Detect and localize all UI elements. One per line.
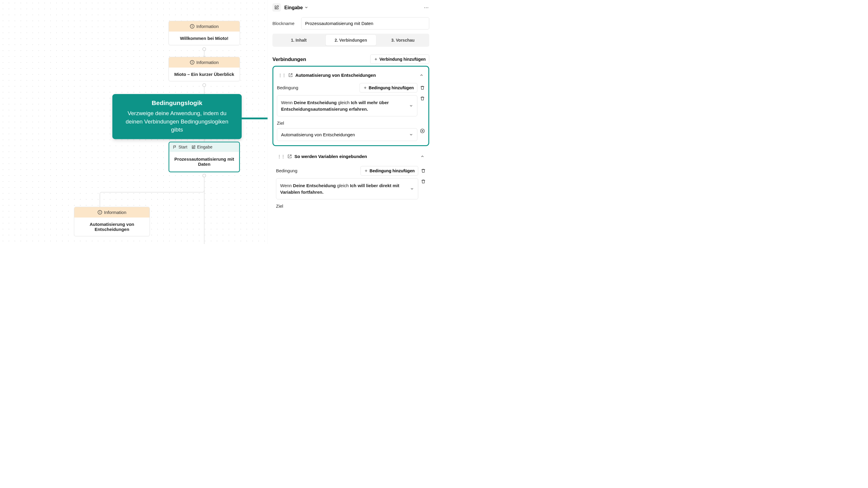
callout-connector — [241, 118, 268, 119]
node-information-2[interactable]: Information Mioto – Ein kurzer Überblick — [168, 57, 240, 81]
input-tag-label: Eingabe — [197, 145, 212, 150]
node-header: Information — [74, 207, 150, 218]
chevron-down-icon[interactable] — [410, 187, 414, 191]
edit-icon — [274, 5, 279, 10]
trash-icon[interactable] — [420, 96, 425, 101]
condition-label: Bedingung — [276, 168, 298, 173]
svg-point-5 — [192, 61, 192, 62]
node-type-label: Information — [196, 24, 218, 29]
connection-card-1: ⋮⋮ Automatisierung von Entscheidungen Be… — [273, 66, 430, 146]
flow-line — [204, 177, 205, 244]
panel-tabs: 1. Inhalt 2. Verbindungen 3. Vorschau — [273, 34, 430, 47]
add-condition-button[interactable]: Bedingung hinzufügen — [360, 166, 418, 176]
connection-card-2: ⋮⋮ So werden Variablen eingebunden Bedin… — [273, 149, 430, 210]
node-body: Prozessautomatisierung mit Daten — [169, 152, 239, 172]
condition-text: Wenn Deine Entscheidung gleich Ich will … — [281, 99, 407, 113]
add-connection-label: Verbindung hinzufügen — [379, 57, 426, 62]
node-body: Mioto – Ein kurzer Überblick — [169, 67, 240, 81]
open-icon[interactable] — [289, 73, 293, 77]
connections-title: Verbindungen — [273, 56, 306, 62]
inspector-panel: Eingabe ⋯ Blockname 1. Inhalt 2. Verbind… — [268, 0, 434, 244]
chevron-down-icon — [409, 133, 413, 137]
chevron-down-icon[interactable] — [409, 104, 413, 108]
connections-section: Verbindungen Verbindung hinzufügen ⋮⋮ Au… — [268, 51, 434, 213]
condition-label: Bedingung — [277, 85, 299, 90]
target-label: Ziel — [277, 120, 284, 125]
panel-header: Eingabe ⋯ — [268, 0, 434, 15]
plus-icon — [363, 86, 367, 90]
connection-header[interactable]: ⋮⋮ So werden Variablen eingebunden — [276, 150, 426, 163]
target-value: Automatisierung von Entscheidungen — [281, 132, 355, 137]
start-tag: Start — [173, 145, 188, 150]
node-header: Information — [169, 21, 240, 32]
node-information-1[interactable]: Information Willkommen bei Mioto! — [168, 21, 240, 45]
connection-header[interactable]: ⋮⋮ Automatisierung von Entscheidungen — [277, 71, 425, 80]
info-icon — [190, 60, 194, 65]
flag-icon — [173, 145, 177, 149]
more-menu-button[interactable]: ⋯ — [424, 5, 429, 10]
svg-point-8 — [100, 211, 100, 211]
drag-handle-icon[interactable]: ⋮⋮ — [277, 154, 285, 159]
trash-icon[interactable] — [421, 179, 426, 184]
callout-text: Verzweige deine Anwendung, indem du dein… — [121, 109, 234, 134]
plus-icon — [364, 169, 368, 173]
input-tag: Eingabe — [191, 145, 212, 150]
flow-line — [204, 51, 205, 57]
add-condition-label: Bedingung hinzufügen — [369, 85, 414, 90]
edit-icon — [191, 145, 195, 149]
panel-type-dropdown[interactable]: Eingabe — [284, 5, 309, 10]
blockname-input[interactable] — [302, 17, 430, 29]
add-connection-button[interactable]: Verbindung hinzufügen — [370, 54, 429, 64]
start-tag-label: Start — [179, 145, 188, 150]
trash-icon[interactable] — [420, 85, 425, 90]
condition-text: Wenn Deine Entscheidung gleich Ich will … — [280, 182, 408, 196]
node-connector[interactable] — [203, 83, 206, 87]
node-header: Information — [169, 57, 240, 67]
plus-icon — [374, 57, 378, 61]
target-select[interactable]: Automatisierung von Entscheidungen — [277, 128, 417, 141]
target-label: Ziel — [276, 204, 283, 209]
svg-point-2 — [192, 25, 192, 26]
node-connector[interactable] — [203, 47, 206, 51]
blockname-label: Blockname — [273, 21, 298, 26]
panel-type-label: Eingabe — [284, 5, 303, 10]
node-connector[interactable] — [203, 174, 206, 177]
condition-box[interactable]: Wenn Deine Entscheidung gleich Ich will … — [277, 95, 417, 116]
callout-tooltip: Bedingungslogik Verzweige deine Anwendun… — [112, 94, 242, 139]
node-tags: Start Eingabe — [169, 143, 239, 152]
connection-title: So werden Variablen eingebunden — [294, 154, 367, 159]
node-body: Willkommen bei Mioto! — [169, 32, 240, 45]
callout-title: Bedingungslogik — [121, 99, 234, 107]
trash-icon[interactable] — [421, 168, 426, 173]
remove-target-icon[interactable] — [420, 128, 425, 133]
info-icon — [190, 24, 194, 29]
node-type-label: Information — [196, 60, 218, 65]
tab-connections[interactable]: 2. Verbindungen — [326, 35, 376, 46]
drag-handle-icon[interactable]: ⋮⋮ — [278, 73, 286, 78]
edit-block-button[interactable] — [273, 3, 281, 11]
blockname-row: Blockname — [268, 15, 434, 34]
node-body: Automatisierung von Entscheidungen — [74, 218, 150, 236]
tab-content[interactable]: 1. Inhalt — [274, 35, 324, 46]
connection-title: Automatisierung von Entscheidungen — [296, 73, 376, 78]
chevron-up-icon[interactable] — [420, 73, 424, 77]
info-icon — [97, 210, 102, 215]
node-type-label: Information — [104, 210, 126, 215]
chevron-up-icon[interactable] — [420, 154, 425, 159]
add-condition-label: Bedingung hinzufügen — [370, 168, 415, 173]
condition-box[interactable]: Wenn Deine Entscheidung gleich Ich will … — [276, 178, 418, 199]
add-condition-button[interactable]: Bedingung hinzufügen — [360, 83, 417, 92]
open-icon[interactable] — [288, 154, 292, 159]
node-input-selected[interactable]: Start Eingabe Prozessautomatisierung mit… — [168, 142, 240, 172]
chevron-down-icon — [304, 5, 309, 9]
tab-preview[interactable]: 3. Vorschau — [378, 35, 428, 46]
flow-canvas[interactable]: Information Willkommen bei Mioto! Inform… — [0, 0, 268, 244]
node-information-3[interactable]: Information Automatisierung von Entschei… — [74, 207, 150, 236]
